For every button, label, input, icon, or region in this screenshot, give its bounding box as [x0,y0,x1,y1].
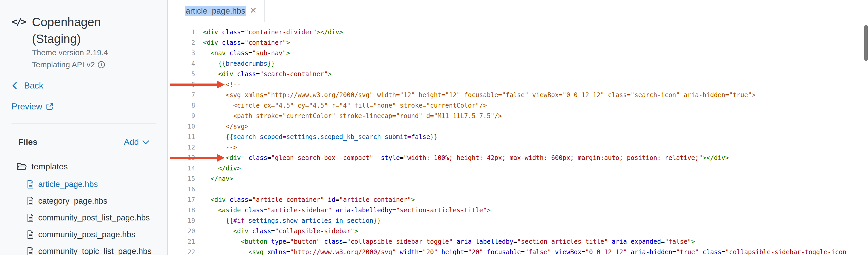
line-number: 15 [168,173,195,184]
code-line-21[interactable]: 21 <button type="button" class="collapsi… [168,236,868,247]
line-number: 16 [168,184,195,194]
external-link-icon [46,103,54,110]
sidebar-divider [11,123,156,124]
line-content: <div class="collapsible-sidebar"> [203,226,358,236]
code-line-19[interactable]: 19 {{#if settings.show_articles_in_secti… [168,216,868,226]
line-content: <div class="glean-search-box--compact" s… [203,153,729,163]
line-content: <svg xmlns="http://www.w3.org/2000/svg" … [203,90,756,100]
file-name: article_page.hbs [38,180,98,189]
line-content: <aside class="article-sidebar" aria-labe… [203,205,491,216]
theme-title: Copenhagen (Staging) [32,13,137,47]
back-label: Back [24,81,43,91]
line-content: <div class="article-container" id="artic… [203,194,415,205]
file-list: article_page.hbscategory_page.hbscommuni… [27,176,152,255]
code-line-11[interactable]: 11 {{search scoped=settings.scoped_kb_se… [168,132,868,142]
sidebar: </> Copenhagen (Staging) Theme version 2… [0,0,167,255]
line-content: </div> [203,163,241,173]
theme-editor-app: </> Copenhagen (Staging) Theme version 2… [0,0,868,255]
folder-name: templates [31,162,68,171]
line-content: {{search scoped=settings.scoped_kb_searc… [203,132,438,142]
line-number: 7 [168,90,195,100]
info-icon[interactable] [97,61,105,69]
line-number: 21 [168,236,195,247]
line-number: 13 [168,153,195,163]
line-number: 22 [168,247,195,255]
line-content: --> [203,142,237,153]
line-number: 20 [168,226,195,236]
sidebar-folder-templates[interactable]: templates [17,162,68,171]
theme-version: Theme version 2.19.4 [32,48,108,57]
code-line-20[interactable]: 20 <div class="collapsible-sidebar"> [168,226,868,236]
code-line-2[interactable]: 2<div class="container"> [168,37,868,48]
line-content: <div class="container"> [203,37,290,48]
line-number: 18 [168,205,195,216]
line-number: 9 [168,111,195,121]
code-line-1[interactable]: 1<div class="container-divider"></div> [168,27,868,37]
code-line-22[interactable]: 22 <svg xmlns="http://www.w3.org/2000/sv… [168,247,868,255]
line-number: 6 [168,79,195,90]
line-number: 17 [168,194,195,205]
document-icon [27,247,34,255]
file-name: category_page.hbs [38,196,107,206]
code-line-15[interactable]: 15 </nav> [168,173,868,184]
line-content: </nav> [203,173,234,184]
document-icon [27,230,34,239]
code-line-6[interactable]: 6 <!-- [168,79,868,90]
line-number: 5 [168,69,195,79]
code-line-17[interactable]: 17 <div class="article-container" id="ar… [168,194,868,205]
line-content: <div class="search-container"> [203,69,332,79]
file-name: community_post_page.hbs [38,230,135,239]
add-button[interactable]: Add [124,137,149,147]
line-content: <nav class="sub-nav"> [203,48,290,58]
line-content: {{breadcrumbs}} [203,58,275,69]
add-label: Add [124,137,139,147]
line-content: <div class="container-divider"></div> [203,27,343,37]
code-line-10[interactable]: 10 </svg> [168,121,868,132]
code-line-18[interactable]: 18 <aside class="article-sidebar" aria-l… [168,205,868,216]
code-line-5[interactable]: 5 <div class="search-container"> [168,69,868,79]
code-editor[interactable]: 1<div class="container-divider"></div>2<… [168,22,868,255]
line-number: 8 [168,100,195,111]
code-line-9[interactable]: 9 <path stroke="currentColor" stroke-lin… [168,111,868,121]
tab-close-icon[interactable]: ✕ [250,5,257,16]
code-line-4[interactable]: 4 {{breadcrumbs}} [168,58,868,69]
sidebar-file-category_page.hbs[interactable]: category_page.hbs [27,193,152,210]
line-content: <svg xmlns="http://www.w3.org/2000/svg" … [203,247,846,255]
preview-link[interactable]: Preview [11,102,54,111]
document-icon [27,213,34,222]
tab-label: article_page.hbs [185,6,246,16]
templating-api: Templating API v2 [32,60,105,69]
code-line-8[interactable]: 8 <circle cx="4.5" cy="4.5" r="4" fill="… [168,100,868,111]
code-line-12[interactable]: 12 --> [168,142,868,153]
tab-article-page[interactable]: article_page.hbs ✕ [174,0,265,22]
files-header: Files Add [18,137,149,147]
folder-icon [17,163,27,171]
sidebar-file-community_post_page.hbs[interactable]: community_post_page.hbs [27,226,152,243]
editor-scrollbar-thumb[interactable] [864,25,868,61]
code-line-7[interactable]: 7 <svg xmlns="http://www.w3.org/2000/svg… [168,90,868,100]
sidebar-file-community_topic_list_page.hbs[interactable]: community_topic_list_page.hbs [27,243,152,255]
code-line-3[interactable]: 3 <nav class="sub-nav"> [168,48,868,58]
sidebar-file-community_post_list_page.hbs[interactable]: community_post_list_page.hbs [27,210,152,226]
line-number: 19 [168,216,195,226]
preview-label: Preview [11,102,42,111]
document-icon [27,197,34,205]
line-number: 2 [168,37,195,48]
code-icon: </> [11,16,25,27]
line-content: </svg> [203,121,248,132]
code-line-14[interactable]: 14 </div> [168,163,868,173]
templating-api-label: Templating API v2 [32,60,95,69]
line-number: 3 [168,48,195,58]
line-content: <circle cx="4.5" cy="4.5" r="4" fill="no… [203,100,487,111]
sidebar-file-article_page.hbs[interactable]: article_page.hbs [27,176,152,193]
file-name: community_topic_list_page.hbs [38,247,152,255]
code-line-13[interactable]: 13 <div class="glean-search-box--compact… [168,153,868,163]
line-content: {{#if settings.show_articles_in_section}… [203,216,381,226]
line-content: <button type="button" class="collapsible… [203,236,695,247]
line-number: 4 [168,58,195,69]
code-line-16[interactable]: 16 [168,184,868,194]
line-number: 14 [168,163,195,173]
line-number: 10 [168,121,195,132]
document-icon [27,180,34,189]
back-link[interactable]: Back [12,81,43,91]
